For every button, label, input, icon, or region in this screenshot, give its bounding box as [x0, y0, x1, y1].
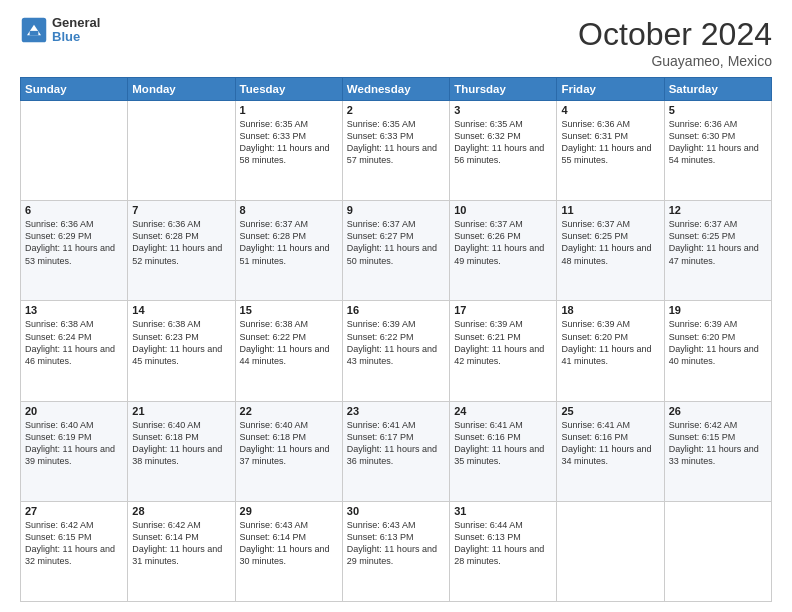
calendar-cell: 2Sunrise: 6:35 AM Sunset: 6:33 PM Daylig…: [342, 101, 449, 201]
calendar-cell: 1Sunrise: 6:35 AM Sunset: 6:33 PM Daylig…: [235, 101, 342, 201]
svg-rect-2: [30, 31, 39, 35]
day-number: 23: [347, 405, 445, 417]
col-header-sunday: Sunday: [21, 78, 128, 101]
calendar-cell: 15Sunrise: 6:38 AM Sunset: 6:22 PM Dayli…: [235, 301, 342, 401]
col-header-monday: Monday: [128, 78, 235, 101]
day-number: 14: [132, 304, 230, 316]
calendar-cell: [128, 101, 235, 201]
calendar-cell: 23Sunrise: 6:41 AM Sunset: 6:17 PM Dayli…: [342, 401, 449, 501]
logo-icon: [20, 16, 48, 44]
col-header-thursday: Thursday: [450, 78, 557, 101]
logo: General Blue: [20, 16, 100, 45]
day-number: 25: [561, 405, 659, 417]
cell-sun-info: Sunrise: 6:39 AM Sunset: 6:21 PM Dayligh…: [454, 318, 552, 367]
col-header-saturday: Saturday: [664, 78, 771, 101]
calendar-week-5: 27Sunrise: 6:42 AM Sunset: 6:15 PM Dayli…: [21, 501, 772, 601]
cell-sun-info: Sunrise: 6:39 AM Sunset: 6:22 PM Dayligh…: [347, 318, 445, 367]
cell-sun-info: Sunrise: 6:37 AM Sunset: 6:25 PM Dayligh…: [669, 218, 767, 267]
calendar-header-row: SundayMondayTuesdayWednesdayThursdayFrid…: [21, 78, 772, 101]
day-number: 29: [240, 505, 338, 517]
calendar-cell: 18Sunrise: 6:39 AM Sunset: 6:20 PM Dayli…: [557, 301, 664, 401]
calendar-week-2: 6Sunrise: 6:36 AM Sunset: 6:29 PM Daylig…: [21, 201, 772, 301]
day-number: 16: [347, 304, 445, 316]
cell-sun-info: Sunrise: 6:40 AM Sunset: 6:19 PM Dayligh…: [25, 419, 123, 468]
cell-sun-info: Sunrise: 6:37 AM Sunset: 6:27 PM Dayligh…: [347, 218, 445, 267]
cell-sun-info: Sunrise: 6:43 AM Sunset: 6:13 PM Dayligh…: [347, 519, 445, 568]
col-header-friday: Friday: [557, 78, 664, 101]
calendar-cell: 8Sunrise: 6:37 AM Sunset: 6:28 PM Daylig…: [235, 201, 342, 301]
cell-sun-info: Sunrise: 6:38 AM Sunset: 6:23 PM Dayligh…: [132, 318, 230, 367]
day-number: 27: [25, 505, 123, 517]
calendar-cell: 4Sunrise: 6:36 AM Sunset: 6:31 PM Daylig…: [557, 101, 664, 201]
day-number: 13: [25, 304, 123, 316]
calendar-cell: 13Sunrise: 6:38 AM Sunset: 6:24 PM Dayli…: [21, 301, 128, 401]
title-block: October 2024 Guayameo, Mexico: [578, 16, 772, 69]
logo-text: General Blue: [52, 16, 100, 45]
calendar-cell: 31Sunrise: 6:44 AM Sunset: 6:13 PM Dayli…: [450, 501, 557, 601]
cell-sun-info: Sunrise: 6:41 AM Sunset: 6:16 PM Dayligh…: [561, 419, 659, 468]
day-number: 12: [669, 204, 767, 216]
day-number: 19: [669, 304, 767, 316]
calendar-table: SundayMondayTuesdayWednesdayThursdayFrid…: [20, 77, 772, 602]
calendar-cell: 27Sunrise: 6:42 AM Sunset: 6:15 PM Dayli…: [21, 501, 128, 601]
day-number: 26: [669, 405, 767, 417]
cell-sun-info: Sunrise: 6:38 AM Sunset: 6:24 PM Dayligh…: [25, 318, 123, 367]
header: General Blue October 2024 Guayameo, Mexi…: [20, 16, 772, 69]
page: General Blue October 2024 Guayameo, Mexi…: [0, 0, 792, 612]
cell-sun-info: Sunrise: 6:37 AM Sunset: 6:25 PM Dayligh…: [561, 218, 659, 267]
cell-sun-info: Sunrise: 6:42 AM Sunset: 6:15 PM Dayligh…: [25, 519, 123, 568]
cell-sun-info: Sunrise: 6:36 AM Sunset: 6:30 PM Dayligh…: [669, 118, 767, 167]
logo-general-text: General: [52, 16, 100, 30]
cell-sun-info: Sunrise: 6:41 AM Sunset: 6:16 PM Dayligh…: [454, 419, 552, 468]
cell-sun-info: Sunrise: 6:35 AM Sunset: 6:33 PM Dayligh…: [347, 118, 445, 167]
cell-sun-info: Sunrise: 6:35 AM Sunset: 6:33 PM Dayligh…: [240, 118, 338, 167]
cell-sun-info: Sunrise: 6:42 AM Sunset: 6:15 PM Dayligh…: [669, 419, 767, 468]
day-number: 31: [454, 505, 552, 517]
day-number: 30: [347, 505, 445, 517]
location: Guayameo, Mexico: [578, 53, 772, 69]
day-number: 7: [132, 204, 230, 216]
calendar-cell: 6Sunrise: 6:36 AM Sunset: 6:29 PM Daylig…: [21, 201, 128, 301]
calendar-cell: 25Sunrise: 6:41 AM Sunset: 6:16 PM Dayli…: [557, 401, 664, 501]
calendar-cell: 20Sunrise: 6:40 AM Sunset: 6:19 PM Dayli…: [21, 401, 128, 501]
col-header-wednesday: Wednesday: [342, 78, 449, 101]
day-number: 9: [347, 204, 445, 216]
col-header-tuesday: Tuesday: [235, 78, 342, 101]
day-number: 4: [561, 104, 659, 116]
day-number: 10: [454, 204, 552, 216]
day-number: 24: [454, 405, 552, 417]
calendar-cell: 3Sunrise: 6:35 AM Sunset: 6:32 PM Daylig…: [450, 101, 557, 201]
calendar-cell: 22Sunrise: 6:40 AM Sunset: 6:18 PM Dayli…: [235, 401, 342, 501]
calendar-cell: [21, 101, 128, 201]
calendar-cell: 14Sunrise: 6:38 AM Sunset: 6:23 PM Dayli…: [128, 301, 235, 401]
day-number: 6: [25, 204, 123, 216]
cell-sun-info: Sunrise: 6:39 AM Sunset: 6:20 PM Dayligh…: [561, 318, 659, 367]
cell-sun-info: Sunrise: 6:36 AM Sunset: 6:31 PM Dayligh…: [561, 118, 659, 167]
cell-sun-info: Sunrise: 6:43 AM Sunset: 6:14 PM Dayligh…: [240, 519, 338, 568]
calendar-cell: 17Sunrise: 6:39 AM Sunset: 6:21 PM Dayli…: [450, 301, 557, 401]
cell-sun-info: Sunrise: 6:42 AM Sunset: 6:14 PM Dayligh…: [132, 519, 230, 568]
calendar-cell: 21Sunrise: 6:40 AM Sunset: 6:18 PM Dayli…: [128, 401, 235, 501]
day-number: 11: [561, 204, 659, 216]
day-number: 21: [132, 405, 230, 417]
calendar-cell: [557, 501, 664, 601]
day-number: 17: [454, 304, 552, 316]
calendar-cell: 28Sunrise: 6:42 AM Sunset: 6:14 PM Dayli…: [128, 501, 235, 601]
calendar-week-4: 20Sunrise: 6:40 AM Sunset: 6:19 PM Dayli…: [21, 401, 772, 501]
day-number: 8: [240, 204, 338, 216]
day-number: 20: [25, 405, 123, 417]
cell-sun-info: Sunrise: 6:36 AM Sunset: 6:29 PM Dayligh…: [25, 218, 123, 267]
cell-sun-info: Sunrise: 6:39 AM Sunset: 6:20 PM Dayligh…: [669, 318, 767, 367]
calendar-cell: 5Sunrise: 6:36 AM Sunset: 6:30 PM Daylig…: [664, 101, 771, 201]
cell-sun-info: Sunrise: 6:37 AM Sunset: 6:26 PM Dayligh…: [454, 218, 552, 267]
calendar-cell: 26Sunrise: 6:42 AM Sunset: 6:15 PM Dayli…: [664, 401, 771, 501]
calendar-cell: 7Sunrise: 6:36 AM Sunset: 6:28 PM Daylig…: [128, 201, 235, 301]
cell-sun-info: Sunrise: 6:44 AM Sunset: 6:13 PM Dayligh…: [454, 519, 552, 568]
cell-sun-info: Sunrise: 6:37 AM Sunset: 6:28 PM Dayligh…: [240, 218, 338, 267]
day-number: 1: [240, 104, 338, 116]
calendar-cell: 11Sunrise: 6:37 AM Sunset: 6:25 PM Dayli…: [557, 201, 664, 301]
calendar-cell: 12Sunrise: 6:37 AM Sunset: 6:25 PM Dayli…: [664, 201, 771, 301]
calendar-cell: 16Sunrise: 6:39 AM Sunset: 6:22 PM Dayli…: [342, 301, 449, 401]
day-number: 5: [669, 104, 767, 116]
calendar-cell: 10Sunrise: 6:37 AM Sunset: 6:26 PM Dayli…: [450, 201, 557, 301]
